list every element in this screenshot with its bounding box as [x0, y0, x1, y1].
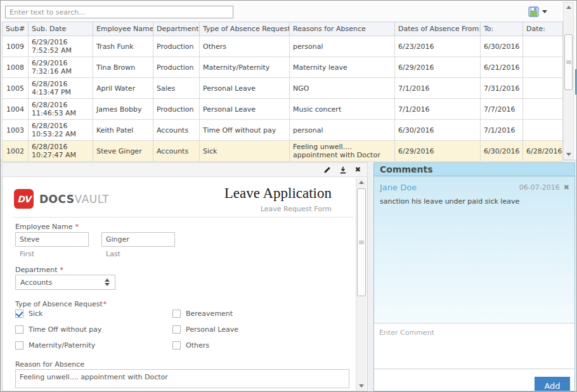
column-header[interactable]: Date:: [523, 22, 563, 36]
form-title: Leave Application: [224, 185, 332, 202]
search-input[interactable]: [5, 6, 233, 18]
table-cell: Time Off without pay: [200, 120, 290, 141]
column-header[interactable]: Type of Absence Request: [200, 22, 290, 36]
scroll-up-icon[interactable]: [356, 178, 366, 187]
checkbox-unchecked-icon[interactable]: [15, 325, 23, 334]
export-button[interactable]: [528, 6, 547, 17]
close-icon[interactable]: ✖: [355, 166, 361, 173]
table-cell: Others: [200, 36, 290, 57]
table-cell: Accounts: [153, 141, 200, 162]
table-row[interactable]: 10086/29/2016 7:32:16 AMTina BrownProduc…: [3, 57, 563, 78]
comment-text: sanction his leave under paid sick leave: [380, 197, 569, 206]
table-cell: [523, 120, 563, 141]
table-row[interactable]: 10026/28/2016 10:27:47 AMSteve GingerAcc…: [3, 141, 563, 162]
add-comment-button[interactable]: Add: [535, 377, 570, 391]
checkbox-option[interactable]: Sick: [15, 309, 172, 318]
reason-textarea[interactable]: Feeling unwell.... appointment with Doct…: [15, 369, 349, 388]
table-cell: 6/23/2016: [395, 36, 481, 57]
table-scrollbar[interactable]: [563, 2, 574, 160]
table-cell: 6/28/2016 10:27:47 AM: [29, 141, 93, 162]
form-scrollbar[interactable]: [356, 178, 366, 391]
table-cell: 1009: [3, 36, 29, 57]
table-cell: Keith Patel: [93, 120, 153, 141]
last-name-field[interactable]: [101, 232, 175, 247]
checkbox-unchecked-icon[interactable]: [172, 341, 181, 350]
table-cell: 6/21/2016: [481, 57, 523, 78]
first-sublabel: First: [20, 250, 34, 258]
table-cell: 1003: [3, 120, 29, 141]
comment-item: Jane Doe06-07-2016✖sanction his leave un…: [374, 176, 574, 206]
scroll-down-icon[interactable]: [564, 150, 573, 159]
records-section: Sub#Sub. DateEmployee NameDepartmentType…: [1, 1, 576, 160]
table-cell: Music concert: [290, 99, 395, 120]
save-icon: [528, 6, 539, 17]
department-value: Accounts: [16, 278, 105, 287]
table-cell: 7/1/2016: [481, 120, 523, 141]
checkbox-unchecked-icon[interactable]: [15, 341, 23, 350]
download-icon[interactable]: [339, 166, 347, 174]
comments-panel: Comments Jane Doe06-07-2016✖sanction his…: [373, 162, 575, 391]
table-cell: Accounts: [153, 120, 200, 141]
required-asterisk: *: [75, 223, 79, 231]
first-name-field[interactable]: [15, 232, 89, 247]
table-cell: Production: [153, 99, 200, 120]
divider: [13, 217, 353, 218]
table-cell: Sick: [200, 141, 290, 162]
column-header[interactable]: Employee Name: [93, 22, 153, 36]
department-select[interactable]: Accounts: [15, 275, 115, 290]
scroll-down-icon[interactable]: [356, 381, 366, 391]
comment-delete-icon[interactable]: ✖: [564, 183, 569, 192]
table-row[interactable]: 10056/28/2016 4:13:47 PMApril WaterSales…: [3, 78, 563, 99]
comments-list: Jane Doe06-07-2016✖sanction his leave un…: [374, 176, 574, 323]
table-cell: Personal Leave: [200, 78, 290, 99]
scrollbar-thumb[interactable]: [357, 188, 366, 296]
table-cell: 6/30/2016: [481, 36, 523, 57]
table-row[interactable]: 10096/29/2016 7:52:52 AMTrash FunkProduc…: [3, 36, 563, 57]
column-header[interactable]: Dates of Absence From:: [395, 22, 481, 36]
column-header[interactable]: Reasons for Absence: [290, 22, 395, 36]
requests-table: Sub#Sub. DateEmployee NameDepartmentType…: [2, 22, 563, 162]
department-label: Department*: [15, 266, 63, 274]
checkbox-label: Time Off without pay: [29, 325, 101, 334]
checkbox-label: Others: [186, 341, 209, 350]
table-cell: personal: [290, 36, 395, 57]
table-cell: 7/1/2016: [395, 99, 481, 120]
required-asterisk: *: [103, 300, 107, 308]
table-cell: 6/28/2016 11:46:53 AM: [29, 99, 93, 120]
table-row[interactable]: 10046/28/2016 11:46:53 AMJames BobbyProd…: [3, 99, 563, 120]
last-sublabel: Last: [106, 250, 120, 258]
table-header-row: Sub#Sub. DateEmployee NameDepartmentType…: [3, 22, 563, 36]
column-header[interactable]: Sub. Date: [29, 22, 93, 36]
checkbox-option[interactable]: Maternity/Paternity: [15, 341, 172, 350]
comment-input[interactable]: [374, 323, 574, 369]
checkbox-unchecked-icon[interactable]: [172, 325, 181, 334]
app-window: Sub#Sub. DateEmployee NameDepartmentType…: [0, 0, 577, 392]
checkbox-option[interactable]: Personal Leave: [172, 325, 330, 334]
edit-icon[interactable]: [323, 166, 331, 174]
checkbox-option[interactable]: Bereavement: [172, 309, 330, 318]
checkbox-checked-icon[interactable]: [15, 310, 23, 318]
column-header[interactable]: Sub#: [3, 22, 29, 36]
checkbox-option[interactable]: Others: [172, 341, 330, 350]
absence-type-options: SickBereavementTime Off without payPerso…: [15, 309, 332, 350]
checkbox-unchecked-icon[interactable]: [172, 310, 181, 318]
table-row[interactable]: 10036/28/2016 10:53:22 AMKeith PatelAcco…: [3, 120, 563, 141]
table-cell: personal: [290, 120, 395, 141]
table-cell: 1008: [3, 57, 29, 78]
scrollbar-thumb[interactable]: [564, 34, 573, 90]
table-cell: 6/29/2016: [395, 141, 481, 162]
checkbox-option[interactable]: Time Off without pay: [15, 325, 172, 334]
brand-name: DOCSVAULT: [39, 193, 109, 206]
dv-logo-badge: DV: [14, 189, 34, 209]
leave-application-form: DV DOCSVAULT Leave Application Leave Req…: [2, 177, 368, 391]
column-header[interactable]: Department: [153, 22, 200, 36]
absence-type-label: Type of Absence Request*: [15, 300, 107, 308]
preview-toolbar: ✖: [2, 162, 368, 177]
comment-date: 06-07-2016: [519, 183, 560, 192]
column-header[interactable]: To:: [481, 22, 523, 36]
scroll-up-icon[interactable]: [564, 3, 573, 12]
table-cell: NGO: [290, 78, 395, 99]
table-cell: James Bobby: [93, 99, 153, 120]
table-cell: 6/28/2016 10:53:22 AM: [29, 120, 93, 141]
comment-author-link[interactable]: Jane Doe: [380, 183, 519, 192]
